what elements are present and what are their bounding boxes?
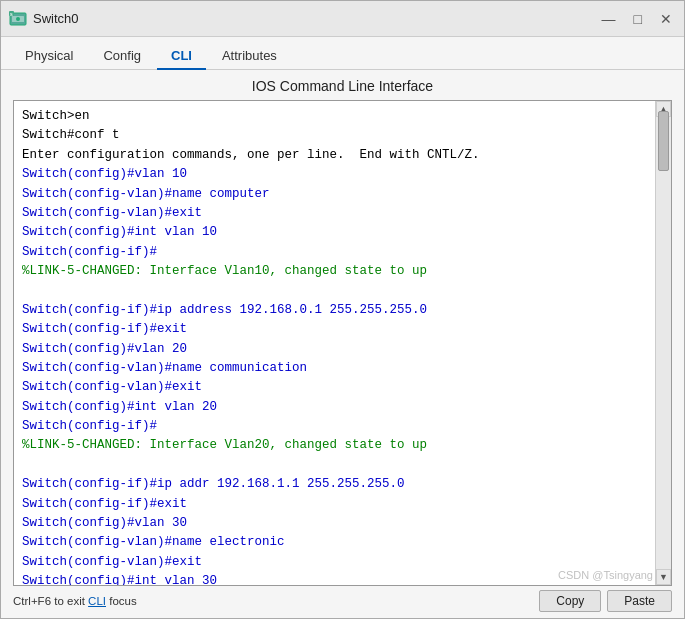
- copy-button[interactable]: Copy: [539, 590, 601, 612]
- window-title: Switch0: [33, 11, 598, 26]
- tab-config[interactable]: Config: [89, 43, 155, 69]
- minimize-button[interactable]: —: [598, 12, 620, 26]
- titlebar: S Switch0 — □ ✕: [1, 1, 684, 37]
- scrollbar-thumb[interactable]: [658, 111, 669, 171]
- cli-focus-link[interactable]: CLI: [88, 595, 106, 607]
- cli-output[interactable]: Switch>en Switch#conf t Enter configurat…: [14, 101, 655, 585]
- tab-attributes[interactable]: Attributes: [208, 43, 291, 69]
- close-button[interactable]: ✕: [656, 12, 676, 26]
- svg-point-2: [16, 17, 20, 21]
- tab-physical[interactable]: Physical: [11, 43, 87, 69]
- maximize-button[interactable]: □: [630, 12, 646, 26]
- cli-area: Switch>en Switch#conf t Enter configurat…: [13, 100, 672, 586]
- scroll-down-arrow[interactable]: ▼: [656, 569, 671, 585]
- svg-text:S: S: [10, 12, 13, 17]
- tabs-bar: Physical Config CLI Attributes: [1, 37, 684, 70]
- paste-button[interactable]: Paste: [607, 590, 672, 612]
- cli-scrollbar[interactable]: ▲ ▼: [655, 101, 671, 585]
- main-window: S Switch0 — □ ✕ Physical Config CLI Attr…: [0, 0, 685, 619]
- tab-cli[interactable]: CLI: [157, 43, 206, 69]
- bottom-buttons: Copy Paste: [539, 590, 672, 612]
- app-icon: S: [9, 10, 27, 28]
- section-title: IOS Command Line Interface: [1, 70, 684, 100]
- bottom-bar: Ctrl+F6 to exit CLI focus Copy Paste: [1, 586, 684, 618]
- window-controls: — □ ✕: [598, 12, 676, 26]
- bottom-hint: Ctrl+F6 to exit CLI focus: [13, 595, 539, 607]
